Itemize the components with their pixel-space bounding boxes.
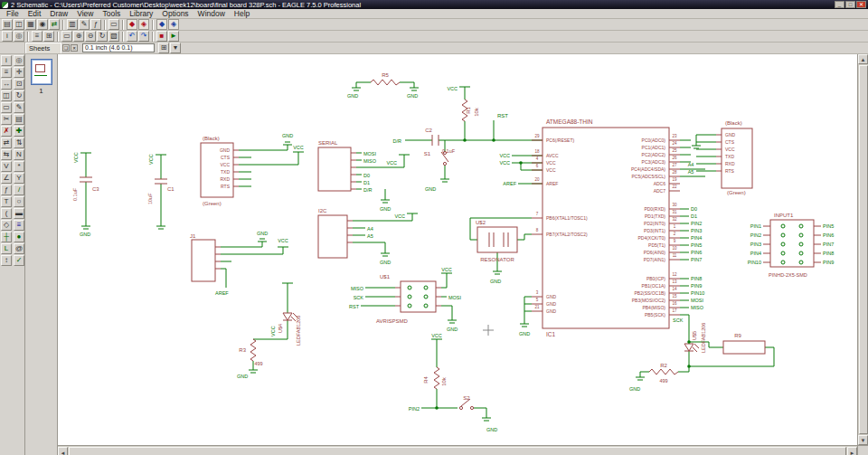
schematic-text[interactable]: 18 <box>534 149 540 154</box>
schematic-text[interactable]: MOSI <box>448 295 462 300</box>
schematic-text[interactable]: ADC6 <box>654 181 666 186</box>
junction-dot[interactable] <box>687 340 691 344</box>
schematic-text[interactable]: 27 <box>672 163 677 167</box>
part-outline[interactable] <box>477 227 517 252</box>
schematic-text[interactable]: AVRISPSMD <box>376 318 409 324</box>
schematic-text[interactable]: PC0(ADC0) <box>642 137 666 143</box>
script-icon[interactable]: ✎ <box>79 19 90 30</box>
header-pad[interactable] <box>781 233 785 237</box>
label-tool-icon[interactable]: L <box>1 243 12 254</box>
schematic-text[interactable]: GND <box>380 206 391 212</box>
schematic-text[interactable]: GND <box>629 386 640 392</box>
schematic-text[interactable]: 17 <box>672 308 677 313</box>
vertical-scrollbar[interactable]: ▲ ▼ <box>857 54 868 445</box>
schematic-text[interactable]: VCC <box>220 162 230 167</box>
info-icon[interactable]: i <box>2 31 13 42</box>
header-pad[interactable] <box>408 286 411 289</box>
schematic-text[interactable]: VCC <box>73 152 79 163</box>
part-outline[interactable] <box>401 281 436 312</box>
schematic-text[interactable]: PIN10 <box>748 260 761 265</box>
schematic-text[interactable]: AREF <box>503 181 516 186</box>
schematic-text[interactable]: 25 <box>672 148 677 153</box>
schematic-text[interactable]: VCC <box>278 238 288 243</box>
part-line[interactable] <box>694 344 699 348</box>
go-icon[interactable]: ► <box>168 31 179 42</box>
schematic-text[interactable]: VCC <box>293 145 304 150</box>
schematic-text[interactable]: PD5(T1) <box>648 242 665 248</box>
schematic-text[interactable]: PB2(SS/OC1B) <box>635 290 666 296</box>
invoke-tool-icon[interactable]: ƒ <box>1 185 12 195</box>
schematic-text[interactable]: GND <box>347 93 358 99</box>
schematic-text[interactable]: ADC7 <box>654 188 666 194</box>
horizontal-scroll-thumb[interactable] <box>69 447 846 455</box>
schematic-text[interactable]: U$5 <box>692 331 697 340</box>
schematic-text[interactable]: 4 <box>536 156 539 161</box>
switch-symbol[interactable] <box>470 406 473 409</box>
sheets-dock-tab[interactable]: Sheets <box>25 43 61 53</box>
element14-icon[interactable]: ◆ <box>156 19 167 30</box>
schematic-text[interactable]: PIN9 <box>823 260 834 265</box>
schematic-text[interactable]: SCK <box>354 295 364 300</box>
zoom-select-icon[interactable]: ▧ <box>108 31 119 42</box>
schematic-text[interactable]: 0.1uF <box>72 187 78 201</box>
schematic-text[interactable]: 2 <box>674 232 676 236</box>
schematic-text[interactable]: 19 <box>672 177 677 182</box>
header-pad[interactable] <box>424 295 428 299</box>
header-pad[interactable] <box>799 261 803 264</box>
junction-dot[interactable] <box>687 365 691 368</box>
schematic-text[interactable]: 28 <box>672 170 677 175</box>
schematic-text[interactable]: A4 <box>688 162 694 167</box>
cam-processor-icon[interactable]: ◉ <box>37 19 48 30</box>
text-tool-icon[interactable]: T <box>1 196 12 207</box>
display-layers-tool-icon[interactable]: ≡ <box>1 67 12 78</box>
schematic-text[interactable]: PC2(ADC2) <box>642 152 666 157</box>
horizontal-scrollbar[interactable]: ◄ ► <box>58 445 857 455</box>
minimize-button[interactable]: _ <box>835 1 844 8</box>
redo-icon[interactable]: ↷ <box>138 31 149 42</box>
schematic-text[interactable]: 9 <box>674 239 676 243</box>
smash-tool-icon[interactable]: * <box>14 161 24 172</box>
dimension-tool-icon[interactable]: ↕ <box>1 255 12 266</box>
add-tool-icon[interactable]: ✚ <box>14 126 24 137</box>
schematic-text[interactable]: RST <box>497 113 508 118</box>
schematic-text[interactable]: R3 <box>239 347 246 353</box>
schematic-text[interactable]: VCC <box>431 333 442 338</box>
schematic-text[interactable]: PIN10 <box>691 290 704 296</box>
schematic-text[interactable]: 20 <box>534 177 540 182</box>
schematic-text[interactable]: GND <box>80 232 90 237</box>
schematic-text[interactable]: D1 <box>363 180 370 185</box>
pinswap-tool-icon[interactable]: ⇄ <box>1 137 12 148</box>
schematic-text[interactable]: 14 <box>672 287 677 291</box>
pcb-service-icon[interactable]: ◈ <box>138 19 149 30</box>
display-icon[interactable]: ≡ <box>32 31 42 42</box>
cut-tool-icon[interactable]: ✂ <box>1 114 12 125</box>
schematic-text[interactable]: R1 <box>466 107 471 114</box>
dock-close-button[interactable]: ✕ <box>71 44 78 52</box>
copy-tool-icon[interactable]: ⊡ <box>14 79 24 90</box>
schematic-text[interactable]: MISO <box>351 286 364 291</box>
schematic-text[interactable]: 15 <box>672 294 677 299</box>
schematic-text[interactable]: 10 <box>672 246 677 251</box>
schematic-text[interactable]: VCC <box>546 160 556 166</box>
sheet-thumbnail[interactable] <box>31 59 52 85</box>
schematic-text[interactable]: PD3(INT1) <box>644 228 665 233</box>
schematic-text[interactable]: 26 <box>672 156 677 160</box>
split-tool-icon[interactable]: Y <box>14 173 24 184</box>
schematic-text[interactable]: PD7(AIN1) <box>644 257 666 262</box>
menu-edit[interactable]: Edit <box>24 9 46 18</box>
schematic-text[interactable]: 12 <box>672 272 677 277</box>
rotate-tool-icon[interactable]: ↻ <box>14 90 24 101</box>
schematic-text[interactable]: CTS <box>221 155 231 160</box>
header-pad[interactable] <box>408 295 411 299</box>
header-pad[interactable] <box>424 286 428 289</box>
menu-file[interactable]: File <box>2 9 24 18</box>
attribute-tool-icon[interactable]: @ <box>14 243 24 254</box>
save-file-icon[interactable]: ◫ <box>14 19 24 30</box>
schematic-text[interactable]: 7 <box>536 212 539 216</box>
schematic-text[interactable]: PD1(TXD) <box>645 213 665 219</box>
schematic-text[interactable]: 499 <box>659 378 667 384</box>
schematic-text[interactable]: AREF <box>215 290 229 296</box>
junction-tool-icon[interactable]: ● <box>14 232 24 242</box>
schematic-text[interactable]: GND <box>546 301 557 307</box>
schematic-text[interactable]: PIN8 <box>823 251 834 256</box>
